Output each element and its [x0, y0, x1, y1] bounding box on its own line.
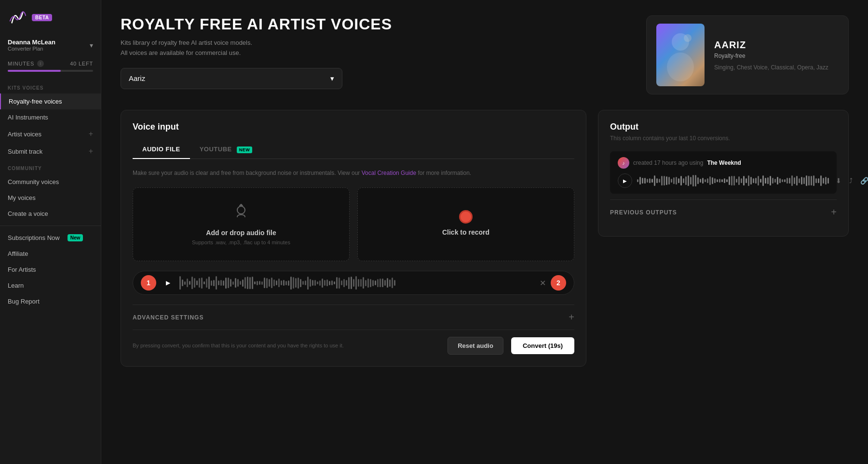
sidebar-item-subscriptions[interactable]: Subscriptions Now New	[0, 230, 101, 246]
previous-outputs-expand-icon: +	[831, 207, 837, 218]
artist-card-image-inner	[656, 24, 705, 86]
upload-areas: Add or drop audio file Supports .wav, .m…	[133, 187, 574, 261]
hero-text: ROYALTY FREE AI ARTIST VOICES Kits libra…	[121, 15, 627, 89]
subscriptions-new-badge: New	[68, 234, 83, 241]
sidebar-item-for-artists[interactable]: For Artists	[0, 262, 101, 278]
minutes-info-icon: i	[37, 60, 44, 67]
sidebar-item-affiliate[interactable]: Affiliate	[0, 246, 101, 262]
vocal-guide-link[interactable]: Vocal Creation Guide	[362, 170, 416, 176]
sidebar-item-community-voices-label: Community voices	[8, 178, 59, 186]
advanced-expand-icon: +	[569, 312, 574, 323]
community-section-label: COMMUNITY	[0, 160, 101, 174]
youtube-tab-new-badge: New	[237, 146, 253, 153]
artist-royalty: Royalty-free	[714, 53, 839, 59]
action-row: By pressing convert, you confirm that th…	[133, 330, 574, 355]
sidebar-item-bug-report[interactable]: Bug Report	[0, 293, 101, 309]
output-title: Output	[610, 122, 837, 132]
advanced-label: ADVANCED SETTINGS	[133, 314, 203, 321]
minutes-bar-bg	[8, 70, 93, 72]
user-menu-chevron: ▾	[90, 41, 93, 49]
step-badge-2: 2	[551, 275, 566, 291]
hero-subtitle-line2: All voices are available for commercial …	[121, 48, 627, 58]
minutes-bar-fill	[8, 70, 61, 72]
sidebar-item-affiliate-label: Affiliate	[8, 250, 28, 257]
output-waveform-row: ▶ ⬇ ⤴ 🔗	[618, 173, 829, 188]
sidebar-item-create-a-voice-label: Create a voice	[8, 210, 48, 217]
app-logo	[8, 8, 27, 27]
sidebar-item-my-voices-label: My voices	[8, 194, 36, 201]
output-item: ♪ created 17 hours ago using The Weeknd …	[610, 151, 837, 194]
sidebar-item-ai-instruments-label: AI Instruments	[8, 114, 48, 121]
tab-audio-file[interactable]: AUDIO FILE	[133, 142, 190, 159]
output-play-button[interactable]: ▶	[618, 173, 632, 188]
tab-youtube-label: YOUTUBE	[200, 146, 232, 153]
main-content: ROYALTY FREE AI ARTIST VOICES Kits libra…	[101, 0, 868, 464]
artist-card-image	[656, 24, 705, 86]
output-waveform-viz	[637, 174, 829, 187]
upload-sublabel: Supports .wav, .mp3, .flac up to 4 minut…	[192, 239, 290, 245]
previous-outputs-label: PREVIOUS OUTPUTS	[610, 209, 677, 216]
hero-subtitle: Kits library of royalty free AI artist v…	[121, 38, 627, 58]
sidebar-item-submit-track[interactable]: Submit track +	[0, 143, 101, 160]
sidebar: BETA Deanna McLean Converter Plan ▾ MINU…	[0, 0, 101, 464]
upload-label: Add or drop audio file	[206, 229, 276, 237]
sidebar-item-artist-voices-label: Artist voices	[8, 131, 41, 138]
output-download-button[interactable]: ⬇	[834, 175, 843, 186]
convert-button[interactable]: Convert (19s)	[511, 337, 574, 354]
advanced-settings-row[interactable]: ADVANCED SETTINGS +	[133, 305, 574, 330]
waveform-play-button[interactable]: ▶	[161, 276, 175, 290]
sidebar-item-subscriptions-label: Subscriptions Now	[8, 234, 60, 241]
artist-tags: Singing, Chest Voice, Classical, Opera, …	[714, 64, 839, 71]
kits-voices-section-label: KITS VOICES	[0, 80, 101, 93]
sidebar-item-learn[interactable]: Learn	[0, 278, 101, 293]
tab-youtube[interactable]: YOUTUBE New	[190, 142, 262, 159]
reset-audio-button[interactable]: Reset audio	[448, 337, 503, 355]
waveform-close-button[interactable]: ✕	[540, 278, 546, 288]
sidebar-item-submit-track-label: Submit track	[8, 148, 42, 155]
sidebar-item-community-voices[interactable]: Community voices	[0, 174, 101, 190]
content-row: Voice input AUDIO FILE YOUTUBE New Make …	[121, 110, 849, 367]
hint-end: for more information.	[418, 170, 471, 176]
sidebar-item-create-a-voice[interactable]: Create a voice	[0, 206, 101, 222]
output-actions: ⬇ ⤴ 🔗	[834, 175, 868, 186]
record-label: Click to record	[442, 228, 489, 236]
hint-text: Make sure your audio is clear and free f…	[133, 170, 360, 176]
voice-dropdown[interactable]: Aariz ▾	[121, 68, 342, 89]
user-plan: Converter Plan	[8, 46, 55, 52]
upload-box[interactable]: Add or drop audio file Supports .wav, .m…	[133, 187, 350, 261]
beta-badge: BETA	[32, 14, 52, 21]
sidebar-item-royalty-free-voices-label: Royalty-free voices	[9, 98, 62, 105]
output-link-button[interactable]: 🔗	[858, 175, 868, 186]
svg-point-2	[684, 34, 692, 42]
user-name: Deanna McLean	[8, 39, 55, 46]
logo-area: BETA	[0, 8, 101, 35]
output-artist-bold: The Weeknd	[707, 159, 741, 166]
output-share-button[interactable]: ⤴	[847, 175, 854, 186]
sidebar-item-royalty-free-voices[interactable]: Royalty-free voices	[0, 93, 101, 109]
voice-input-title: Voice input	[133, 122, 574, 132]
output-panel: Output This column contains your last 10…	[598, 110, 849, 237]
sidebar-item-for-artists-label: For Artists	[8, 266, 36, 273]
voice-input-hint: Make sure your audio is clear and free f…	[133, 169, 574, 178]
sidebar-item-artist-voices[interactable]: Artist voices +	[0, 125, 101, 143]
sidebar-divider	[0, 225, 101, 226]
voice-input-tabs: AUDIO FILE YOUTUBE New	[133, 142, 574, 159]
waveform-visualization	[179, 275, 535, 291]
waveform-bar: 1 ▶ ✕ 2	[133, 271, 574, 295]
minutes-section: MINUTES i 40 left	[0, 57, 101, 80]
output-subtitle: This column contains your last 10 conver…	[610, 135, 837, 142]
record-box[interactable]: Click to record	[357, 187, 574, 261]
svg-point-3	[237, 206, 245, 214]
user-menu[interactable]: Deanna McLean Converter Plan ▾	[0, 35, 101, 57]
sidebar-item-learn-label: Learn	[8, 282, 24, 289]
artist-voices-add-icon[interactable]: +	[89, 130, 93, 138]
submit-track-add-icon[interactable]: +	[89, 147, 93, 156]
sidebar-item-ai-instruments[interactable]: AI Instruments	[0, 109, 101, 125]
artist-card: AARIZ Royalty-free Singing, Chest Voice,…	[646, 15, 849, 94]
sidebar-item-bug-report-label: Bug Report	[8, 298, 40, 305]
minutes-count: 40 left	[70, 61, 93, 66]
output-avatar: ♪	[618, 157, 629, 169]
previous-outputs-row[interactable]: PREVIOUS OUTPUTS +	[610, 199, 837, 225]
output-meta-prefix: created 17 hours ago using	[633, 159, 703, 166]
sidebar-item-my-voices[interactable]: My voices	[0, 190, 101, 206]
